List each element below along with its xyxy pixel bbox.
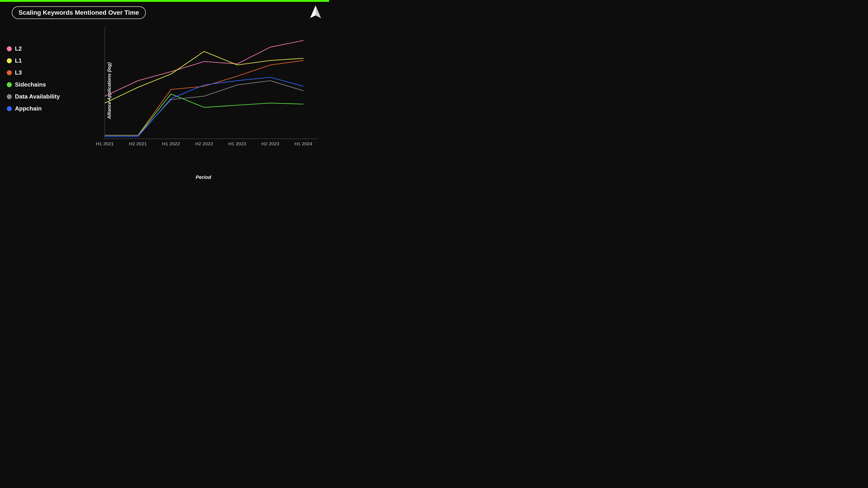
legend-label-data-availability: Data Availability (15, 93, 60, 100)
chart-legend: L2 L1 L3 Sidechains Data Availability Ap… (7, 45, 60, 112)
legend-label-sidechains: Sidechains (15, 81, 46, 88)
legend-dot-l1 (7, 58, 12, 63)
x-axis-label: Period (196, 174, 211, 180)
legend-dot-sidechains (7, 82, 12, 87)
legend-item-l2: L2 (7, 45, 60, 52)
legend-item-appchain: Appchain (7, 105, 60, 112)
svg-text:H1 2022: H1 2022 (162, 141, 180, 146)
chart-container: H1 2021 H2 2021 H1 2022 H2 2022 H1 2023 … (86, 23, 322, 171)
line-l3 (105, 61, 304, 135)
legend-dot-appchain (7, 106, 12, 111)
line-l1 (105, 52, 304, 103)
svg-text:H2 2021: H2 2021 (129, 141, 147, 146)
chart-title: Scaling Keywords Mentioned Over Time (19, 9, 139, 16)
svg-text:H1 2023: H1 2023 (228, 141, 246, 146)
legend-dot-l2 (7, 46, 12, 51)
legend-item-data-availability: Data Availability (7, 93, 60, 100)
svg-text:H1 2024: H1 2024 (294, 141, 312, 146)
legend-label-l3: L3 (15, 69, 22, 76)
svg-marker-1 (315, 5, 321, 18)
legend-dot-data-availability (7, 94, 12, 99)
legend-item-l1: L1 (7, 57, 60, 64)
legend-label-l1: L1 (15, 57, 22, 64)
line-l2 (105, 40, 304, 96)
line-sidechains (105, 94, 304, 135)
legend-label-l2: L2 (15, 45, 22, 52)
logo-icon (310, 5, 321, 18)
svg-text:H2 2023: H2 2023 (261, 141, 279, 146)
svg-text:H2 2022: H2 2022 (195, 141, 213, 146)
legend-item-sidechains: Sidechains (7, 81, 60, 88)
title-box: Scaling Keywords Mentioned Over Time (12, 6, 146, 19)
top-green-bar (0, 0, 329, 2)
legend-item-l3: L3 (7, 69, 60, 76)
legend-dot-l3 (7, 70, 12, 75)
legend-label-appchain: Appchain (15, 105, 41, 112)
line-chart: H1 2021 H2 2021 H1 2022 H2 2022 H1 2023 … (86, 23, 322, 156)
svg-text:H1 2021: H1 2021 (96, 141, 114, 146)
